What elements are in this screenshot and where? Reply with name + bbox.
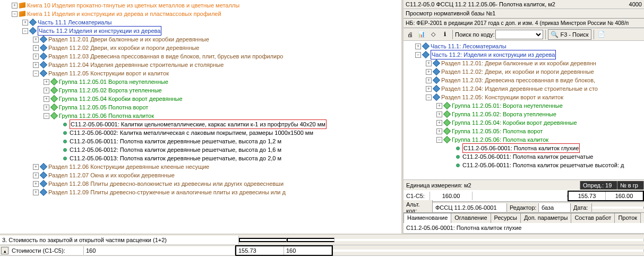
tree-item[interactable]: С11.2-05.06-0011: Полотна калиток решетч…	[462, 152, 593, 161]
tree-item[interactable]: Раздел 11.2.01: Двери балконные и их кор…	[441, 59, 596, 67]
tab-name[interactable]: Наименование	[403, 213, 451, 223]
tree-item[interactable]: Раздел 11.2.08 Плиты древесно-волокнисты…	[48, 179, 284, 188]
expander-icon[interactable]: +	[436, 120, 442, 126]
tree-item[interactable]: Раздел 11.2.05: Конструкции ворот и кали…	[441, 93, 563, 101]
tool-book-icon[interactable]: ◇	[428, 29, 439, 40]
arrow-up-icon[interactable]: ▴	[1, 247, 8, 254]
tab-works[interactable]: Состав работ	[571, 213, 615, 223]
expander-icon[interactable]: +	[33, 164, 39, 170]
group-icon	[50, 78, 58, 85]
expander-icon[interactable]: +	[44, 79, 49, 85]
expander-icon[interactable]: +	[415, 44, 421, 49]
expander-icon[interactable]: −	[33, 71, 39, 76]
leaf-icon	[63, 131, 67, 135]
expander-icon[interactable]: +	[12, 3, 18, 8]
nb-line: НБ: ФЕР-2001 в редакции 2017 года с доп.…	[403, 19, 644, 28]
expander-icon[interactable]: +	[426, 69, 432, 75]
section-icon	[433, 93, 440, 101]
group-icon	[443, 110, 451, 118]
tab-toc[interactable]: Оглавление	[451, 213, 491, 223]
f3-search-button[interactable]: 🔍F3 - Поиск	[548, 29, 591, 40]
nv-label: № в гр	[617, 181, 644, 190]
section-icon	[433, 59, 440, 67]
tree-item[interactable]: Раздел 11.2.04: Изделия деревянные строи…	[441, 84, 598, 93]
tool-chart-icon[interactable]: 📊	[416, 29, 427, 40]
expander-icon[interactable]: +	[426, 61, 432, 66]
expander-icon[interactable]: +	[33, 62, 39, 68]
left-tree[interactable]: +Книга 10 Изделия прокатно-тянутые из цв…	[0, 0, 401, 234]
tree-item[interactable]: С11.2-05.06-0002: Калитка металлическая …	[70, 128, 313, 137]
tree-item[interactable]: Раздел 11.2.02: Двери, их коробки и поро…	[441, 67, 594, 76]
viewer-title: Просмотр нормативной базы №1	[403, 9, 644, 19]
expander-icon[interactable]: −	[44, 113, 49, 119]
top-code-row: C11.2-05.0 ФССЦ 11.2 11.2.05.06- Полотна…	[403, 0, 644, 9]
tree-item[interactable]: Раздел 11.2.03 Древесина прессованная в …	[48, 52, 283, 61]
tree-item[interactable]: Раздел 11.2.02 Двери, их коробки и порог…	[48, 44, 199, 52]
tree-item[interactable]: Раздел 11.2.05 Конструкции ворот и калит…	[48, 69, 169, 78]
expander-icon[interactable]: +	[33, 37, 39, 42]
tree-item[interactable]: Группа 11.2.05.06: Полотна калиток	[452, 135, 548, 144]
tree-item[interactable]: С11.2-05.06-0012: Полотна калиток деревя…	[70, 145, 281, 154]
section-icon	[433, 85, 440, 92]
tree-item[interactable]: Книга 11 Изделия и конструкции из дерева…	[27, 10, 221, 18]
tree-item[interactable]: Группа 11.2.05.01 Ворота неутепленные	[59, 78, 168, 86]
expander-icon[interactable]: −	[415, 52, 421, 58]
tree-item[interactable]: Раздел 11.2.01 Двери балконные и их коро…	[48, 35, 209, 44]
tree-item[interactable]: Часть 11.1: Лесоматериалы	[431, 42, 506, 50]
tree-item[interactable]: Книга 10 Изделия прокатно-тянутые из цве…	[27, 1, 239, 10]
tree-item[interactable]: Раздел 11.2.06 Конструкции деревянные кл…	[48, 162, 209, 171]
tree-item-highlighted[interactable]: С11.2-05.06-0001: Калитки цельнометаллич…	[70, 119, 327, 129]
leaf-icon	[63, 123, 67, 126]
tree-item[interactable]: Группа 11.2.05.01: Ворота неутепленные	[452, 101, 563, 110]
tree-item[interactable]: Группа 11.2.05.02: Ворота утепленные	[452, 110, 556, 118]
tab-protocol[interactable]: Проток	[614, 213, 641, 223]
expander-icon[interactable]: +	[33, 190, 39, 195]
tab-params[interactable]: Доп. параметры	[520, 213, 571, 223]
tree-item[interactable]: Группа 11.2.05.04: Коробки ворот деревян…	[452, 118, 577, 127]
expander-icon[interactable]: −	[426, 95, 432, 100]
tree-item[interactable]: Часть 11.1 Лесоматериалы	[38, 18, 112, 27]
tool-note-icon[interactable]: 📄	[596, 29, 607, 40]
expander-icon[interactable]: +	[44, 105, 49, 110]
expander-icon[interactable]: +	[44, 96, 49, 102]
tree-item[interactable]: Раздел 11.2.04 Изделия деревянные строит…	[48, 61, 224, 69]
tree-item[interactable]: Группа 11.2.05.06 Полотна калиток	[59, 111, 154, 120]
tree-item[interactable]: С11.2-05.06-0013: Полотна калиток деревя…	[70, 154, 281, 162]
right-tree[interactable]: +Часть 11.1: Лесоматериалы −Часть 11.2: …	[403, 41, 644, 179]
tree-item[interactable]: Раздел 11.2.03: Древесина прессованная в…	[441, 76, 595, 84]
expander-icon[interactable]: +	[33, 173, 39, 178]
expander-icon[interactable]: +	[436, 111, 442, 117]
binoculars-icon: 🔍	[551, 31, 559, 38]
tree-item[interactable]: Раздел 11.2.09 Плиты древесно-стружечные…	[48, 188, 286, 196]
expander-icon[interactable]: +	[33, 54, 39, 59]
tree-item[interactable]: Группа 11.2.05.02 Ворота утепленные	[59, 86, 162, 95]
group-icon	[50, 104, 58, 111]
tree-item[interactable]: Раздел 11.2.07 Окна и их коробки деревян…	[48, 171, 175, 179]
group-icon	[443, 102, 451, 109]
expander-icon[interactable]: +	[436, 103, 442, 109]
section-icon	[40, 171, 47, 179]
expander-icon[interactable]: −	[436, 137, 442, 143]
expander-icon[interactable]: −	[12, 11, 18, 17]
expander-icon[interactable]: +	[436, 128, 442, 134]
tree-item[interactable]: Группа 11.2.05.05 Полотна ворот	[59, 103, 148, 111]
tree-item[interactable]: С11.2-05.06-0011: Полотна калиток решетч…	[462, 161, 624, 169]
tool-print-icon[interactable]: 🖨	[405, 29, 415, 40]
expander-icon[interactable]: +	[33, 45, 39, 51]
search-code-select[interactable]	[495, 30, 543, 39]
expander-icon[interactable]: +	[426, 78, 432, 83]
tree-item-highlighted[interactable]: Часть 11.2 Изделия и конструкции из дере…	[38, 26, 161, 36]
date-value	[592, 207, 644, 209]
tree-item-highlighted[interactable]: С11.2-05.06-0001: Полотна калиток глухие	[462, 143, 580, 153]
tree-item[interactable]: Группа 11.2.05.04 Коробки ворот деревянн…	[59, 95, 183, 103]
expander-icon[interactable]: +	[44, 88, 49, 93]
tab-resources[interactable]: Ресурсы	[491, 213, 521, 223]
tool-help-icon[interactable]: ℹ	[440, 29, 450, 40]
expander-icon[interactable]: +	[22, 20, 28, 25]
expander-icon[interactable]: −	[22, 28, 28, 34]
tree-item-highlighted[interactable]: Часть 11.2: Изделия и конструкции из дер…	[431, 50, 556, 59]
tree-item[interactable]: С11.2-05.06-0011: Полотна калиток деревя…	[70, 137, 281, 145]
expander-icon[interactable]: +	[33, 181, 39, 187]
tree-item[interactable]: Группа 11.2.05.05: Полотна ворот	[452, 127, 543, 135]
expander-icon[interactable]: +	[426, 86, 432, 92]
